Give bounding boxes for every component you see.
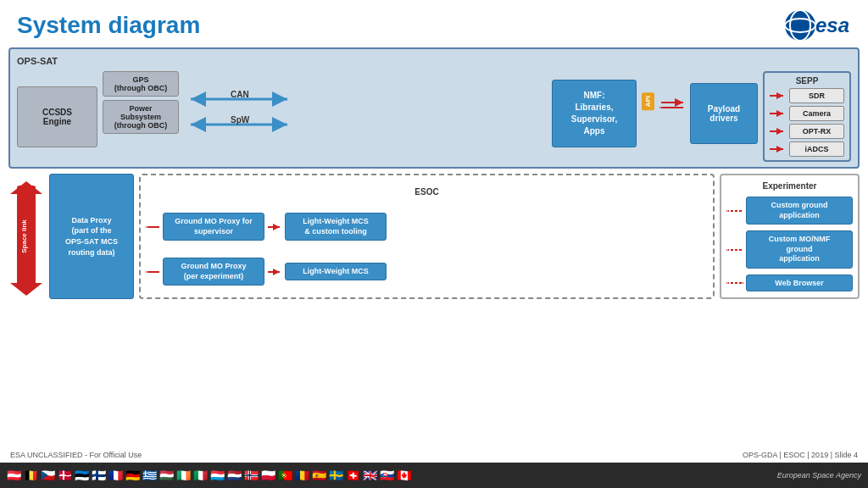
- flag-portugal: 🇵🇹: [278, 469, 292, 482]
- flag-norway: 🇳🇴: [244, 469, 259, 482]
- gps-box: GPS (through OBC): [103, 71, 179, 97]
- can-arrow: CAN: [184, 90, 294, 108]
- ops-sat-label: OPS-SAT: [17, 56, 58, 66]
- flag-sweden: 🇸🇪: [329, 469, 343, 482]
- sdr-row: SDR: [770, 88, 844, 103]
- gps-power-col: GPS (through OBC) Power Subsystem (throu…: [103, 71, 179, 134]
- svg-text:Space link: Space link: [20, 219, 28, 253]
- payload-box: Payload drivers: [690, 83, 758, 144]
- flag-hungary: 🇭🇺: [159, 469, 174, 482]
- camera-arrow: [770, 108, 787, 119]
- can-row: CAN: [184, 90, 547, 108]
- flag-romania: 🇷🇴: [295, 469, 309, 482]
- page-title: System diagram: [17, 12, 200, 39]
- row2-right-arrow: [268, 265, 281, 279]
- footer-agency: European Space Agency: [777, 471, 861, 480]
- sepp-label: SEPP: [770, 76, 844, 86]
- flag-greece: 🇬🇷: [142, 469, 157, 482]
- footer-left: ESA UNCLASSIFIED - For Official Use: [10, 451, 142, 459]
- sdr-arrow: [770, 91, 787, 101]
- flag-uk: 🇬🇧: [363, 469, 377, 482]
- iadcs-row: iADCS: [770, 141, 844, 157]
- flag-austria: 🇦🇹: [7, 469, 21, 482]
- optrx-arrow: [770, 126, 787, 136]
- camera-row: Camera: [770, 106, 844, 121]
- flag-finland: 🇫🇮: [92, 469, 106, 482]
- ground-mo-supervisor-box: Ground MO Proxy for supervisor: [163, 213, 264, 241]
- flag-netherlands: 🇳🇱: [227, 469, 242, 482]
- slide-container: System diagram esa OPS-SAT CCSDS Engine: [0, 0, 868, 488]
- flag-canada: 🇨🇦: [397, 469, 411, 482]
- row1-right-arrow: [268, 220, 281, 234]
- power-box: Power Subsystem (through OBC): [103, 100, 179, 134]
- iadcs-arrow: [770, 144, 787, 154]
- space-link-svg: Space link: [10, 177, 42, 296]
- cmn-arrow: [726, 244, 743, 256]
- web-browser-row: Web Browser: [726, 274, 853, 291]
- nmf-box: NMF: Libraries, Supervisor, Apps: [552, 80, 637, 147]
- spw-arrow: SpW: [184, 115, 294, 134]
- api-badge: API: [642, 92, 654, 110]
- footer-bar: 🇦🇹 🇧🇪 🇨🇿 🇩🇰 🇪🇪 🇫🇮 🇫🇷 🇩🇪 🇬🇷 🇭🇺 🇮🇪 🇮🇹 🇱🇺 🇳…: [0, 463, 868, 488]
- ops-sat-inner: CCSDS Engine GPS (through OBC) Power Sub…: [17, 71, 851, 162]
- svg-marker-15: [10, 283, 42, 296]
- web-browser-box: Web Browser: [746, 274, 853, 291]
- sepp-section: SEPP SDR: [763, 71, 851, 162]
- flag-poland: 🇵🇱: [261, 469, 275, 482]
- svg-text:esa: esa: [815, 14, 849, 36]
- flag-germany: 🇩🇪: [125, 469, 140, 482]
- optrx-row: OPT-RX: [770, 124, 844, 139]
- experimenter-section: Experimenter Custom ground application: [720, 174, 860, 299]
- esoc-row2: Ground MO Proxy (per experiment) Light-W…: [146, 258, 708, 286]
- esa-logo: esa: [783, 8, 851, 42]
- iadcs-box: iADCS: [789, 141, 844, 157]
- esa-logo-svg: esa: [783, 8, 851, 42]
- flag-estonia: 🇪🇪: [75, 469, 89, 482]
- svg-text:SpW: SpW: [231, 115, 250, 125]
- flag-switzerland: 🇨🇭: [346, 469, 360, 482]
- custom-ground-app-row: Custom ground application: [726, 197, 853, 225]
- flag-spain: 🇪🇸: [312, 469, 326, 482]
- row1-left-arrow: [146, 220, 159, 234]
- optrx-box: OPT-RX: [789, 124, 844, 139]
- ops-sat-section: OPS-SAT CCSDS Engine GPS (through OBC) P…: [8, 47, 860, 169]
- data-proxy-box: Data Proxy (part of the OPS-SAT MCS rout…: [49, 174, 134, 299]
- flag-france: 🇫🇷: [108, 469, 123, 482]
- footer-right: OPS-GDA | ESOC | 2019 | Slide 4: [743, 451, 858, 459]
- custom-ground-app-box: Custom ground application: [746, 197, 853, 225]
- svg-marker-16: [10, 181, 42, 194]
- camera-box: Camera: [789, 106, 844, 121]
- header: System diagram esa: [0, 0, 868, 47]
- flag-italy: 🇮🇹: [193, 469, 208, 482]
- cga-arrow: [726, 205, 743, 217]
- diagram-area: OPS-SAT CCSDS Engine GPS (through OBC) P…: [0, 47, 868, 299]
- experimenter-label: Experimenter: [726, 181, 853, 191]
- flag-czechia: 🇨🇿: [41, 469, 55, 482]
- svg-text:CAN: CAN: [231, 90, 249, 99]
- spw-row: SpW: [184, 115, 547, 134]
- esoc-section: ESOC Ground MO Proxy for supervisor: [139, 174, 715, 299]
- flag-luxembourg: 🇱🇺: [210, 469, 225, 482]
- sdr-box: SDR: [789, 88, 844, 103]
- ground-mo-experiment-box: Ground MO Proxy (per experiment): [163, 258, 264, 286]
- wb-arrow: [726, 277, 743, 289]
- flag-slovakia: 🇸🇰: [380, 469, 394, 482]
- sepp-items: SDR Camera: [770, 88, 844, 157]
- bottom-section: Space link Data Proxy (part of the OPS-S…: [8, 174, 860, 299]
- esoc-row1: Ground MO Proxy for supervisor Light-Wei…: [146, 213, 708, 241]
- can-spw-area: CAN: [184, 90, 547, 134]
- custom-mo-nmf-box: Custom MO/NMF ground application: [746, 230, 853, 269]
- row2-left-arrow: [146, 265, 159, 279]
- custom-mo-nmf-row: Custom MO/NMF ground application: [726, 230, 853, 269]
- flag-belgium: 🇧🇪: [24, 469, 38, 482]
- payload-arrows-svg: [659, 97, 685, 114]
- flag-denmark: 🇩🇰: [58, 469, 72, 482]
- lightweight-mcs-box: Light-Weight MCS: [285, 263, 387, 281]
- esoc-label: ESOC: [146, 187, 708, 197]
- ccsds-box: CCSDS Engine: [17, 86, 97, 147]
- nmf-payload-arrows: [659, 97, 685, 114]
- flag-ireland: 🇮🇪: [176, 469, 191, 482]
- space-link-col: Space link: [8, 174, 44, 299]
- lightweight-mcs-custom-box: Light-Weight MCS & custom tooling: [285, 213, 387, 241]
